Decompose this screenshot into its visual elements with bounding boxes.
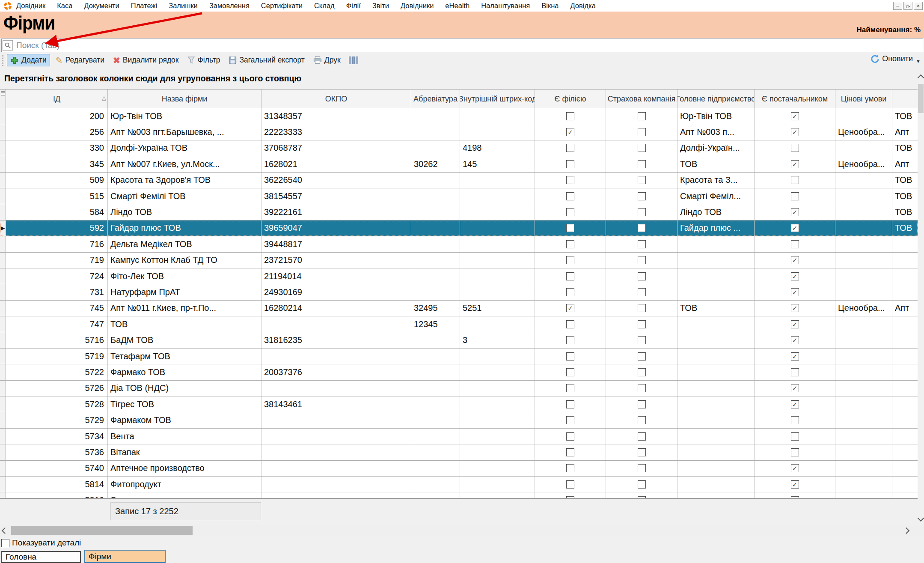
cell-price-terms[interactable] [835,429,892,444]
table-row[interactable]: ▶592Гайдар плюс ТОВ39659047Гайдар плюс .… [0,220,918,236]
menu-item[interactable]: Довідники [401,2,434,10]
table-row[interactable]: 515Смарті Фемілі ТОВ38154557Смарті Феміл… [0,188,918,204]
cell-parent-company[interactable]: Гайдар плюс ... [677,220,755,236]
cell-barcode[interactable] [460,461,535,476]
cell-checkbox[interactable] [638,480,646,489]
column-header[interactable]: Цінові умови [835,89,892,109]
cell-id[interactable]: 200 [6,108,108,124]
menu-item[interactable]: eHealth [445,2,469,10]
cell-checkbox[interactable] [566,208,574,216]
cell-checkbox[interactable] [566,288,574,296]
table-row[interactable]: 731Натурфарм ПрАТ24930169✓ [0,284,918,300]
cell-parent-company[interactable] [677,477,755,492]
cell-id[interactable]: 5728 [6,396,108,412]
cell-id[interactable]: 345 [6,156,108,172]
cell-type[interactable]: ТОВ [892,204,918,220]
column-header[interactable] [892,89,918,109]
cell-parent-company[interactable] [677,364,755,380]
table-row[interactable]: 745Апт №011 г.Киев, пр-т.По...1628021432… [0,301,918,316]
table-row[interactable]: 719Кампус Коттон Клаб ТД ТО23721570✓ [0,253,918,268]
menu-item[interactable]: Залишки [169,2,198,10]
menu-item[interactable]: Довідник [16,2,45,10]
cell-price-terms[interactable] [835,364,892,380]
cell-barcode[interactable] [460,477,535,492]
cell-checkbox[interactable]: ✓ [791,112,799,120]
cell-type[interactable] [892,253,918,268]
cell-barcode[interactable] [460,381,535,396]
cell-price-terms[interactable] [835,461,892,476]
cell-parent-company[interactable] [677,429,755,444]
cell-checkbox[interactable]: ✓ [791,304,799,312]
cell-abbreviation[interactable] [411,173,460,188]
cell-checkbox[interactable] [566,448,574,456]
cell-price-terms[interactable]: Ценообра... [835,301,892,316]
cell-parent-company[interactable] [677,332,755,348]
cell-parent-company[interactable]: Смарті Феміл... [677,188,755,204]
cell-barcode[interactable] [460,364,535,380]
cell-checkbox[interactable] [638,432,646,441]
menu-item[interactable]: Налаштування [481,2,530,10]
cell-checkbox[interactable] [638,128,646,136]
cell-parent-company[interactable] [677,284,755,300]
cell-barcode[interactable]: 4198 [460,140,535,156]
cell-checkbox[interactable] [638,464,646,472]
cell-checkbox[interactable] [566,368,574,376]
cell-okpo[interactable]: 37068787 [261,140,411,156]
cell-id[interactable]: 5740 [6,461,108,476]
cell-price-terms[interactable] [835,188,892,204]
cell-name[interactable]: Ліндо ТОВ [108,204,261,220]
cell-id[interactable]: 724 [6,268,108,284]
show-details-checkbox[interactable]: Показувати деталі [1,538,81,548]
cell-price-terms[interactable] [835,108,892,124]
cell-okpo[interactable]: 39448817 [261,236,411,252]
column-header[interactable]: ІД△ [6,89,108,109]
cell-checkbox[interactable] [638,112,646,120]
cell-checkbox[interactable] [566,256,574,264]
cell-name[interactable]: Фармаком ТОВ [108,412,261,428]
horizontal-scrollbar[interactable] [0,525,924,536]
cell-barcode[interactable] [460,204,535,220]
menu-item[interactable]: Філії [346,2,361,10]
cell-type[interactable] [892,461,918,476]
cell-name[interactable]: Долфі-Україна ТОВ [108,140,261,156]
cell-barcode[interactable] [460,220,535,236]
cell-price-terms[interactable] [835,412,892,428]
cell-checkbox[interactable]: ✓ [791,256,799,264]
cell-abbreviation[interactable] [411,220,460,236]
cell-checkbox[interactable] [566,192,574,200]
table-row[interactable]: 5726Діа ТОВ (НДС)✓ [0,381,918,396]
cell-price-terms[interactable] [835,253,892,268]
cell-id[interactable]: 5734 [6,429,108,444]
cell-type[interactable] [892,412,918,428]
menu-item[interactable]: Довідка [570,2,595,10]
tab-holovna[interactable]: Головна [1,551,81,563]
cell-abbreviation[interactable] [411,268,460,284]
cell-name[interactable]: Юр-Твін ТОВ [108,108,261,124]
cell-barcode[interactable] [460,188,535,204]
table-row[interactable]: 716Дельта Медікел ТОВ39448817 [0,236,918,252]
cell-name[interactable]: Тетафарм ТОВ [108,349,261,364]
cell-abbreviation[interactable] [411,332,460,348]
cell-price-terms[interactable] [835,204,892,220]
cell-price-terms[interactable] [835,444,892,460]
add-button[interactable]: Додати [7,54,50,66]
cell-parent-company[interactable] [677,381,755,396]
cell-checkbox[interactable] [638,176,646,184]
toolbar-grip[interactable] [2,55,3,66]
cell-abbreviation[interactable] [411,396,460,412]
cell-type[interactable] [892,316,918,332]
cell-checkbox[interactable]: ✓ [791,208,799,216]
cell-parent-company[interactable] [677,461,755,476]
print-button[interactable]: Друк [310,54,344,66]
cell-parent-company[interactable]: ТОВ [677,301,755,316]
cell-type[interactable]: ТОВ [892,220,918,236]
table-row[interactable]: 724Фіто-Лек ТОВ21194014✓ [0,268,918,284]
table-row[interactable]: 509Красота та Здоров'я ТОВ36226540Красот… [0,173,918,188]
cell-parent-company[interactable] [677,236,755,252]
cell-parent-company[interactable]: ТОВ [677,156,755,172]
cell-barcode[interactable] [460,236,535,252]
cell-checkbox[interactable]: ✓ [791,480,799,489]
cell-abbreviation[interactable] [411,444,460,460]
cell-checkbox[interactable] [638,448,646,456]
cell-checkbox[interactable] [638,208,646,216]
